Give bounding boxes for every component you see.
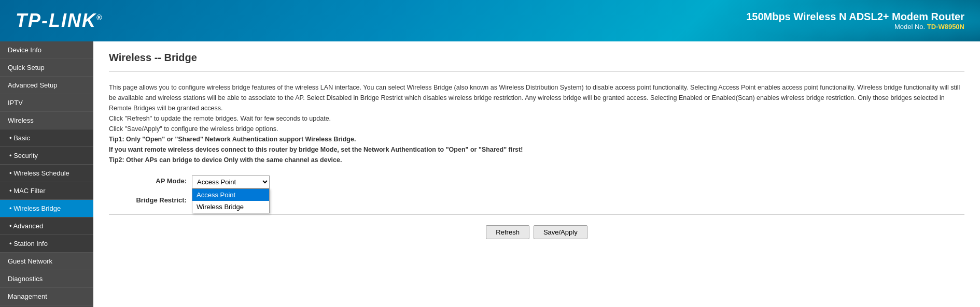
model-info: Model No. TD-W8950N <box>746 23 964 31</box>
sidebar-item-station-info[interactable]: • Station Info <box>0 235 93 253</box>
sidebar-item-advanced[interactable]: • Advanced <box>0 217 93 235</box>
desc-line-3: Click "Save/Apply" to configure the wire… <box>109 124 964 134</box>
desc-line-2: Click "Refresh" to update the remote bri… <box>109 113 964 124</box>
page-title: Wireless -- Bridge <box>109 52 964 72</box>
product-name: 150Mbps Wireless N ADSL2+ Modem Router <box>746 11 964 23</box>
model-label: Model No. <box>894 23 925 31</box>
logo-symbol: ® <box>96 13 103 22</box>
sidebar-item-device-info[interactable]: Device Info <box>0 41 93 59</box>
ap-mode-control: Access Point Wireless Bridge Access Poin… <box>192 176 270 188</box>
sidebar: Device InfoQuick SetupAdvanced SetupIPTV… <box>0 41 93 307</box>
dropdown-option-access-point[interactable]: Access Point <box>192 189 269 201</box>
tip2: If you want remote wireless devices conn… <box>109 144 964 155</box>
sidebar-item-quick-setup[interactable]: Quick Setup <box>0 59 93 77</box>
logo: TP-LINK® <box>16 10 103 32</box>
sidebar-item-basic[interactable]: • Basic <box>0 129 93 147</box>
sidebar-item-management[interactable]: Management <box>0 288 93 305</box>
dropdown-option-wireless-bridge[interactable]: Wireless Bridge <box>192 201 269 213</box>
ap-mode-label: AP Mode: <box>109 176 192 185</box>
ap-mode-select[interactable]: Access Point Wireless Bridge <box>192 176 270 188</box>
bridge-restrict-label: Bridge Restrict: <box>109 195 192 204</box>
model-number[interactable]: TD-W8950N <box>927 23 964 31</box>
main-content: Wireless -- Bridge This page allows you … <box>93 41 980 307</box>
sidebar-item-security[interactable]: • Security <box>0 147 93 165</box>
save-apply-button[interactable]: Save/Apply <box>534 225 587 239</box>
sidebar-item-wireless-schedule[interactable]: • Wireless Schedule <box>0 165 93 182</box>
sidebar-item-diagnostics[interactable]: Diagnostics <box>0 270 93 288</box>
ap-mode-row: AP Mode: Access Point Wireless Bridge Ac… <box>109 176 964 188</box>
sidebar-item-guest-network[interactable]: Guest Network <box>0 253 93 270</box>
button-row: Refresh Save/Apply <box>109 225 964 239</box>
description: This page allows you to configure wirele… <box>109 82 964 165</box>
ap-mode-dropdown-container: Access Point Wireless Bridge Access Poin… <box>192 176 270 188</box>
header-info: 150Mbps Wireless N ADSL2+ Modem Router M… <box>746 11 964 31</box>
layout: Device InfoQuick SetupAdvanced SetupIPTV… <box>0 41 980 307</box>
header: TP-LINK® 150Mbps Wireless N ADSL2+ Modem… <box>0 0 980 41</box>
logo-text: TP-LINK <box>16 10 96 31</box>
desc-line-1: This page allows you to configure wirele… <box>109 82 964 113</box>
form-section: AP Mode: Access Point Wireless Bridge Ac… <box>109 176 964 204</box>
sidebar-item-wireless-bridge[interactable]: • Wireless Bridge <box>0 200 93 217</box>
refresh-button[interactable]: Refresh <box>486 225 529 239</box>
sidebar-item-advanced-setup[interactable]: Advanced Setup <box>0 77 93 94</box>
dropdown-open-list: Access Point Wireless Bridge <box>192 188 270 213</box>
sidebar-item-iptv[interactable]: IPTV <box>0 94 93 112</box>
tip3: Tip2: Other APs can bridge to device Onl… <box>109 155 964 165</box>
tip1: Tip1: Only "Open" or "Shared" Network Au… <box>109 134 964 144</box>
sidebar-item-mac-filter[interactable]: • MAC Filter <box>0 182 93 200</box>
sidebar-item-wireless[interactable]: Wireless <box>0 112 93 129</box>
divider <box>109 214 964 215</box>
